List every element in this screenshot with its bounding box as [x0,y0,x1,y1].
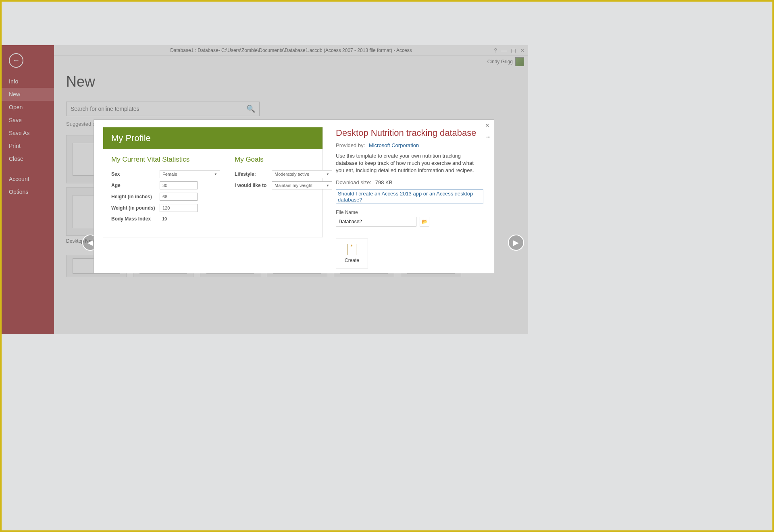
preview-header: My Profile [103,127,322,149]
weight-field[interactable]: 120 [160,204,198,212]
minimize-icon[interactable]: — [501,45,507,56]
age-field[interactable]: 30 [160,181,198,189]
preview-goals-column: My Goals Lifestyle:Moderately active▼ I … [235,156,332,226]
next-template-button[interactable]: ▶ [508,235,524,251]
browse-folder-button[interactable]: 📂 [420,217,429,227]
goals-title: My Goals [235,156,332,164]
download-size-value: 798 KB [375,179,393,185]
sidebar-item-save[interactable]: Save [2,114,54,127]
provided-label: Provided by: [336,142,365,148]
pin-icon[interactable]: ⊸ [486,134,490,140]
sidebar-item-save-as[interactable]: Save As [2,127,54,139]
close-icon[interactable]: ✕ [520,45,525,56]
height-field[interactable]: 66 [160,193,198,201]
search-input[interactable] [71,106,246,112]
user-info: Cindy Grigg [487,57,524,66]
provided-by-link[interactable]: Microsoft Corporation [369,142,419,148]
preview-stats-column: My Current Vital Statistics SexFemale▼ A… [111,156,220,226]
new-document-icon [347,244,356,255]
sidebar-item-open[interactable]: Open [2,101,54,114]
template-preview-dialog: ✕ ⊸ My Profile My Current Vital Statisti… [94,119,494,273]
window-titlebar: Database1 : Database- C:\Users\Zombie\Do… [54,45,528,56]
help-icon[interactable]: ? [494,45,497,56]
file-name-label: File Name [336,210,483,215]
sex-select[interactable]: Female▼ [160,170,220,178]
avatar[interactable] [515,57,524,66]
user-name: Cindy Grigg [487,59,513,64]
goal-select[interactable]: Maintain my weight▼ [272,181,332,189]
sidebar-item-print[interactable]: Print [2,139,54,152]
window-controls: ? — ▢ ✕ [494,45,525,56]
stats-title: My Current Vital Statistics [111,156,220,164]
template-description: Use this template to create your own nut… [336,152,483,175]
sidebar-item-new[interactable]: New [2,88,54,101]
template-preview: My Profile My Current Vital Statistics S… [103,127,323,237]
template-info-pane: Desktop Nutrition tracking database Prov… [332,120,494,273]
sidebar-item-options[interactable]: Options [2,185,54,198]
back-button[interactable]: ← [9,53,23,68]
page-title: New [66,73,516,90]
sidebar-item-account[interactable]: Account [2,172,54,185]
window-title: Database1 : Database- C:\Users\Zombie\Do… [170,48,412,53]
sidebar-item-close[interactable]: Close [2,152,54,165]
restore-icon[interactable]: ▢ [511,45,516,56]
dialog-close-button[interactable]: ✕ [485,122,490,129]
template-name: Desktop Nutrition tracking database [336,128,483,138]
file-name-input[interactable] [336,217,416,227]
create-button[interactable]: Create [336,239,368,268]
download-size-label: Download size: [336,179,371,185]
bmi-value: 19 [160,215,198,222]
lifestyle-select[interactable]: Moderately active▼ [272,170,332,178]
help-link[interactable]: Should I create an Access 2013 app or an… [336,189,483,204]
sidebar-item-info[interactable]: Info [2,75,54,88]
template-search[interactable]: 🔍 [66,102,260,116]
search-icon[interactable]: 🔍 [246,104,255,113]
backstage-sidebar: ← Info New Open Save Save As Print Close… [2,45,54,334]
create-label: Create [345,258,359,263]
folder-icon: 📂 [422,219,428,224]
preview-pane: My Profile My Current Vital Statistics S… [94,120,332,273]
